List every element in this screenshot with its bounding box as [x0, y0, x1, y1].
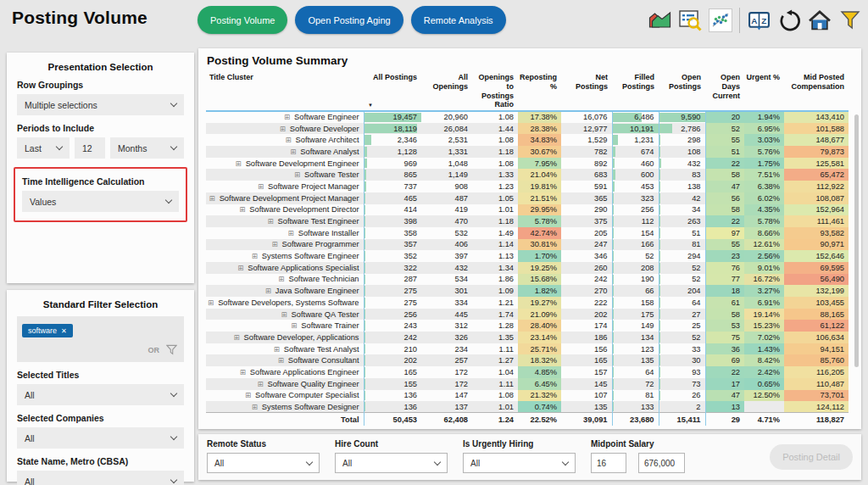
- expand-row-icon[interactable]: ⊞: [208, 298, 214, 307]
- vertical-scrollbar[interactable]: [854, 114, 859, 367]
- table-row[interactable]: ⊞Software Consultant2022571.2718.32%1651…: [206, 354, 849, 366]
- table-row[interactable]: ⊞Software Developer18,11926,0841.4428.38…: [206, 123, 849, 135]
- expand-row-icon[interactable]: ⊞: [252, 403, 258, 411]
- posting-detail-button[interactable]: Posting Detail: [770, 444, 853, 470]
- table-row[interactable]: ⊞Software Programmer3574061.1430.81%2471…: [206, 239, 849, 251]
- expand-row-icon[interactable]: ⊞: [290, 148, 296, 156]
- expand-row-icon[interactable]: ⊞: [233, 333, 239, 342]
- value-cell: 172: [421, 378, 472, 390]
- expand-row-icon[interactable]: ⊞: [240, 368, 246, 376]
- hire-count-select[interactable]: All: [335, 453, 448, 473]
- refresh-icon[interactable]: [777, 8, 801, 32]
- table-row[interactable]: ⊞Systems Software Designer1361371.010.74…: [206, 401, 849, 413]
- keyword-filter-box[interactable]: software ✕ OR: [17, 316, 184, 362]
- row-groupings-select[interactable]: Multiple selections: [17, 94, 184, 115]
- expand-row-icon[interactable]: ⊞: [209, 194, 215, 203]
- table-row[interactable]: ⊞Systems Software Engineer3523971.131.70…: [206, 250, 849, 262]
- page-title: Posting Volume: [12, 8, 147, 28]
- keyword-chip[interactable]: software ✕: [22, 324, 73, 337]
- expand-row-icon[interactable]: ⊞: [245, 391, 251, 399]
- table-row[interactable]: ⊞Software Technician2875341.8615.68%2421…: [206, 274, 849, 286]
- expand-row-icon[interactable]: ⊞: [257, 380, 263, 388]
- total-row[interactable]: Total50,45362,4081.2422.52%39,09123,6801…: [206, 413, 849, 426]
- column-header-net-postings[interactable]: Net Postings: [561, 70, 612, 111]
- table-row[interactable]: ⊞Software Quality Engineer1551721.116.45…: [206, 378, 849, 390]
- table-row[interactable]: ⊞Software Installer3585321.4942.74%20515…: [206, 227, 849, 239]
- table-row[interactable]: ⊞Software Applications Specialist3224321…: [206, 262, 849, 274]
- table-row[interactable]: ⊞Software Tester8651,1491.3321.04%683600…: [206, 169, 849, 181]
- column-header-openings-to-postings-ratio[interactable]: Openings to Postings Ratio: [472, 70, 518, 111]
- expand-row-icon[interactable]: ⊞: [294, 170, 300, 179]
- table-row[interactable]: ⊞Software Engineer19,45720,9601.0817.38%…: [206, 111, 849, 123]
- midpoint-salary-min-input[interactable]: [591, 453, 626, 473]
- column-header-open-days-current[interactable]: Open Days Current: [705, 70, 744, 111]
- filter-funnel-icon[interactable]: [838, 8, 862, 32]
- selected-companies-label: Selected Companies: [17, 413, 184, 423]
- filter-outline-icon[interactable]: [166, 344, 177, 355]
- column-header-filled-postings[interactable]: Filled Postings: [612, 70, 659, 111]
- column-header-mid-posted-compensation[interactable]: Mid Posted Compensation: [784, 70, 849, 111]
- close-icon[interactable]: ✕: [61, 327, 67, 335]
- az-dictionary-icon[interactable]: A Z: [747, 8, 771, 32]
- expand-row-icon[interactable]: ⊞: [281, 310, 287, 319]
- expand-row-icon[interactable]: ⊞: [252, 252, 258, 260]
- midpoint-salary-label: Midpoint Salary: [591, 439, 685, 449]
- expand-row-icon[interactable]: ⊞: [291, 321, 297, 330]
- time-intelligence-select[interactable]: Values: [22, 191, 179, 212]
- table-row[interactable]: ⊞Software Trainer2433121.2828.40%1741492…: [206, 320, 849, 332]
- table-row[interactable]: ⊞Software Architect2,3462,5311.0834.83%1…: [206, 134, 849, 146]
- search-settings-icon[interactable]: [678, 8, 702, 32]
- table-row[interactable]: ⊞Software Project Manager7379081.2319.81…: [206, 181, 849, 192]
- data-bar: [364, 181, 367, 192]
- expand-row-icon[interactable]: ⊞: [237, 264, 243, 272]
- nav-button-remote-analysis[interactable]: Remote Analysis: [411, 6, 506, 34]
- is-urgently-hiring-select[interactable]: All: [463, 453, 576, 473]
- midpoint-salary-max-input[interactable]: [638, 453, 685, 473]
- nav-button-open-posting-aging[interactable]: Open Posting Aging: [295, 6, 403, 34]
- state-name-metro-cbsa-select[interactable]: All: [17, 471, 184, 485]
- expand-row-icon[interactable]: ⊞: [285, 136, 291, 144]
- table-row[interactable]: ⊞Software Analyst1,1281,3311.1830.67%782…: [206, 146, 849, 158]
- expand-row-icon[interactable]: ⊞: [274, 345, 280, 354]
- column-header-reposting[interactable]: Reposting %: [518, 70, 561, 111]
- period-unit-select[interactable]: Months: [110, 137, 184, 159]
- table-row[interactable]: ⊞Software Development Engineer9691,0481.…: [206, 158, 849, 170]
- expand-row-icon[interactable]: ⊞: [278, 356, 284, 365]
- scatter-plot-icon[interactable]: [709, 8, 732, 32]
- nav-button-posting-volume[interactable]: Posting Volume: [198, 6, 287, 34]
- expand-row-icon[interactable]: ⊞: [258, 182, 264, 191]
- column-header-title-cluster[interactable]: Title Cluster: [206, 70, 364, 111]
- expand-row-icon[interactable]: ⊞: [271, 240, 277, 248]
- period-count-input[interactable]: 12: [75, 137, 105, 159]
- table-row[interactable]: ⊞Software Test Engineer3984701.185.78%37…: [206, 215, 849, 227]
- table-row[interactable]: ⊞Software Developer, Applications2423261…: [206, 332, 849, 343]
- expand-row-icon[interactable]: ⊞: [280, 125, 286, 133]
- area-chart-icon[interactable]: [648, 8, 671, 32]
- expand-row-icon[interactable]: ⊞: [265, 287, 271, 295]
- table-row[interactable]: ⊞Software QA Tester2564451.7421.09%20217…: [206, 309, 849, 321]
- expand-row-icon[interactable]: ⊞: [239, 205, 245, 214]
- value-cell: 674: [612, 146, 659, 158]
- expand-row-icon[interactable]: ⊞: [267, 217, 273, 226]
- remote-status-select[interactable]: All: [207, 453, 320, 473]
- column-header-all-openings[interactable]: All Openings: [421, 70, 472, 111]
- selected-companies-select[interactable]: All: [17, 427, 184, 449]
- value-cell: 123: [612, 343, 659, 355]
- home-icon[interactable]: [808, 8, 832, 32]
- table-row[interactable]: ⊞Java Software Engineer2753011.091.82%27…: [206, 285, 849, 297]
- table-row[interactable]: ⊞Software Test Analyst2102341.1125.71%15…: [206, 343, 849, 355]
- table-row[interactable]: ⊞Software Development Director4144191.01…: [206, 204, 849, 216]
- period-mode-select[interactable]: Last: [17, 137, 70, 159]
- table-row[interactable]: ⊞Software Developers, Systems Software27…: [206, 297, 849, 309]
- table-row[interactable]: ⊞Software Development Project Manager465…: [206, 192, 849, 204]
- column-header-open-postings[interactable]: Open Postings: [659, 70, 705, 111]
- expand-row-icon[interactable]: ⊞: [278, 275, 284, 283]
- expand-row-icon[interactable]: ⊞: [236, 159, 242, 168]
- column-header-urgent[interactable]: Urgent %: [744, 70, 784, 111]
- selected-titles-select[interactable]: All: [17, 384, 184, 405]
- expand-row-icon[interactable]: ⊞: [284, 113, 290, 121]
- column-header-all-postings[interactable]: All Postings▼: [364, 70, 421, 111]
- table-row[interactable]: ⊞Software Applications Engineer1651721.0…: [206, 366, 849, 378]
- table-row[interactable]: ⊞Software Computer Specialist1361471.082…: [206, 390, 849, 402]
- expand-row-icon[interactable]: ⊞: [288, 229, 294, 237]
